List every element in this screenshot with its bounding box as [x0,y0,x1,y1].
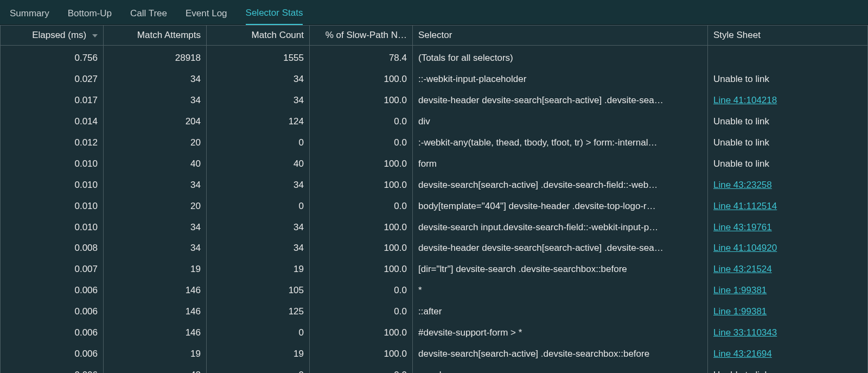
stylesheet-link[interactable]: Line 41:112514 [713,201,777,211]
cell-match-attempts: 19 [104,344,207,365]
cell-slow-path: 100.0 [310,344,413,365]
cell-elapsed: 0.014 [1,111,104,132]
cell-stylesheet: Line 43:21524 [708,259,868,280]
cell-match-attempts: 34 [104,90,207,111]
table-row[interactable]: 0.0061460100.0#devsite-support-form > *L… [1,323,868,344]
cell-match-count: 19 [207,259,310,280]
cell-match-count: 34 [207,175,310,196]
cell-selector: body[template="404"] devsite-header .dev… [413,196,708,217]
table-row[interactable]: 0.0064200.0::markerUnable to link [1,365,868,373]
cell-selector: devsite-search[search-active] .devsite-s… [413,175,708,196]
cell-elapsed: 0.008 [1,238,104,259]
cell-slow-path: 100.0 [310,259,413,280]
stylesheet-link[interactable]: Line 41:104218 [713,95,777,105]
table-row[interactable]: 0.0103434100.0devsite-search input.devsi… [1,217,868,238]
table-row[interactable]: 0.0103434100.0devsite-search[search-acti… [1,175,868,196]
table-row[interactable]: 0.0122000.0:-webkit-any(table, thead, tb… [1,132,868,154]
cell-stylesheet: Unable to link [708,132,868,154]
cell-match-count: 1555 [207,46,310,69]
stylesheet-unable: Unable to link [713,116,769,127]
table-row[interactable]: 0.0083434100.0devsite-header devsite-sea… [1,238,868,259]
cell-elapsed: 0.006 [1,323,104,344]
cell-match-count: 125 [207,301,310,323]
stylesheet-link[interactable]: Line 43:23258 [713,180,772,190]
cell-match-attempts: 20 [104,196,207,217]
cell-selector: ::after [413,301,708,323]
stylesheet-unable: Unable to link [713,370,769,373]
col-header-match-attempts[interactable]: Match Attempts [104,26,207,46]
tab-bottom-up[interactable]: Bottom-Up [68,5,112,24]
table-row[interactable]: 0.0142041240.0divUnable to link [1,111,868,132]
sort-descending-icon [92,34,98,37]
table-row[interactable]: 0.0173434100.0devsite-header devsite-sea… [1,90,868,111]
cell-selector: [dir="ltr"] devsite-search .devsite-sear… [413,259,708,280]
col-header-elapsed[interactable]: Elapsed (ms) [1,26,104,46]
stylesheet-unable: Unable to link [713,74,769,84]
cell-match-count: 0 [207,132,310,154]
table-row[interactable]: 0.0061461250.0::afterLine 1:99381 [1,301,868,323]
tab-event-log[interactable]: Event Log [186,5,227,24]
cell-selector: ::marker [413,365,708,373]
cell-match-count: 34 [207,238,310,259]
cell-slow-path: 0.0 [310,132,413,154]
cell-selector: form [413,154,708,175]
cell-match-attempts: 20 [104,132,207,154]
table-row[interactable]: 0.75628918155578.4(Totals for all select… [1,46,868,69]
cell-slow-path: 78.4 [310,46,413,69]
table-row[interactable]: 0.0061919100.0devsite-search[search-acti… [1,344,868,365]
cell-selector: div [413,111,708,132]
cell-slow-path: 100.0 [310,69,413,90]
cell-stylesheet: Line 43:19761 [708,217,868,238]
cell-stylesheet: Unable to link [708,365,868,373]
table-row[interactable]: 0.0071919100.0[dir="ltr"] devsite-search… [1,259,868,280]
col-header-stylesheet[interactable]: Style Sheet [708,26,868,46]
stylesheet-link[interactable]: Line 1:99381 [713,306,767,317]
cell-stylesheet: Line 33:110343 [708,323,868,344]
cell-match-attempts: 40 [104,154,207,175]
stylesheet-link[interactable]: Line 43:19761 [713,222,772,232]
selector-stats-table: Elapsed (ms) Match Attempts Match Count … [0,25,868,373]
stylesheet-link[interactable]: Line 1:99381 [713,285,767,295]
cell-selector: #devsite-support-form > * [413,323,708,344]
table-row[interactable]: 0.0104040100.0formUnable to link [1,154,868,175]
cell-slow-path: 0.0 [310,301,413,323]
col-header-selector[interactable]: Selector [413,26,708,46]
cell-selector: * [413,280,708,301]
tab-selector-stats[interactable]: Selector Stats [246,4,303,25]
col-header-label: Style Sheet [713,30,761,40]
tab-summary[interactable]: Summary [10,5,49,24]
table-row[interactable]: 0.0061461050.0*Line 1:99381 [1,280,868,301]
tab-call-tree[interactable]: Call Tree [130,5,167,24]
cell-slow-path: 0.0 [310,196,413,217]
cell-match-count: 105 [207,280,310,301]
cell-stylesheet: Line 41:104920 [708,238,868,259]
stylesheet-unable: Unable to link [713,159,769,169]
stylesheet-link[interactable]: Line 33:110343 [713,327,777,338]
cell-elapsed: 0.007 [1,259,104,280]
cell-elapsed: 0.027 [1,69,104,90]
cell-selector: (Totals for all selectors) [413,46,708,69]
cell-slow-path: 100.0 [310,175,413,196]
cell-match-attempts: 146 [104,301,207,323]
stylesheet-link[interactable]: Line 41:104920 [713,243,777,253]
stylesheet-link[interactable]: Line 43:21694 [713,349,772,359]
cell-match-count: 0 [207,323,310,344]
table-row[interactable]: 0.0102000.0body[template="404"] devsite-… [1,196,868,217]
cell-match-attempts: 204 [104,111,207,132]
cell-slow-path: 100.0 [310,238,413,259]
table-header-row: Elapsed (ms) Match Attempts Match Count … [1,26,868,46]
cell-selector: devsite-search input.devsite-search-fiel… [413,217,708,238]
col-header-slow-path[interactable]: % of Slow-Path N… [310,26,413,46]
cell-slow-path: 0.0 [310,111,413,132]
cell-slow-path: 0.0 [310,280,413,301]
cell-selector: devsite-search[search-active] .devsite-s… [413,344,708,365]
cell-elapsed: 0.017 [1,90,104,111]
cell-match-attempts: 146 [104,280,207,301]
stylesheet-unable: Unable to link [713,137,769,148]
stylesheet-link[interactable]: Line 43:21524 [713,264,772,274]
table-row[interactable]: 0.0273434100.0::-webkit-input-placeholde… [1,69,868,90]
cell-elapsed: 0.010 [1,175,104,196]
cell-stylesheet: Unable to link [708,69,868,90]
cell-elapsed: 0.006 [1,301,104,323]
col-header-match-count[interactable]: Match Count [207,26,310,46]
